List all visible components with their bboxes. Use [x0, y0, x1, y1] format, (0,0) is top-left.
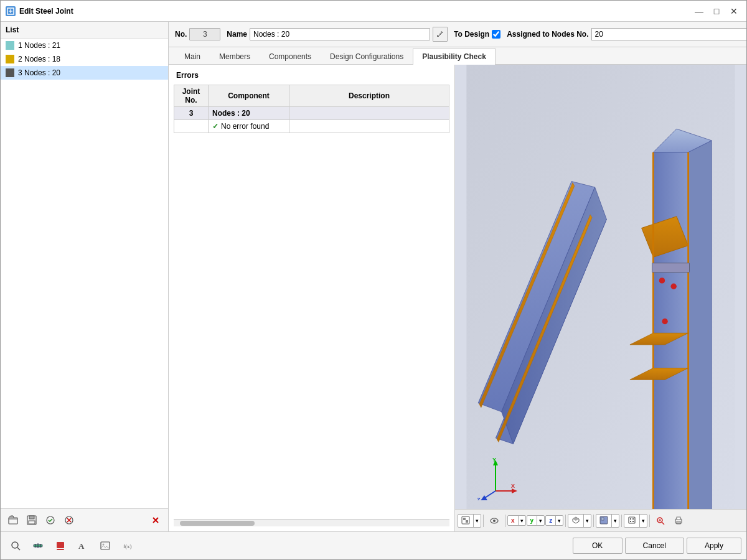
x-axis-split[interactable]: x ▾: [507, 515, 526, 526]
to-design-checkbox[interactable]: [492, 30, 500, 39]
svg-text:Z: Z: [477, 497, 481, 500]
minimize-button[interactable]: —: [692, 4, 707, 19]
svg-rect-77: [101, 542, 110, 549]
color-button[interactable]: [50, 536, 70, 556]
item-color-3: [6, 68, 14, 77]
window-controls: — □ ✕: [692, 4, 741, 19]
divider-4: [593, 515, 594, 527]
svg-point-78: [103, 544, 105, 546]
right-panel: No. Name To Design: [169, 22, 746, 531]
check-x-button[interactable]: [60, 511, 78, 529]
scrollbar-thumb[interactable]: [180, 521, 255, 526]
view-options-icon[interactable]: [458, 515, 474, 527]
titlebar: Edit Steel Joint — □ ✕: [1, 1, 746, 22]
z-axis-arrow[interactable]: ▾: [556, 516, 563, 525]
left-toolbar: [1, 508, 168, 531]
apply-button[interactable]: Apply: [687, 538, 741, 554]
view-options-split[interactable]: ▾: [458, 514, 481, 528]
app-icon: [6, 6, 16, 16]
assigned-input[interactable]: [591, 28, 747, 40]
name-input[interactable]: [250, 28, 430, 40]
tab-plausibility[interactable]: Plausibility Check: [413, 48, 496, 65]
errors-table-container: JointNo. Component Description 3 Nodes :…: [174, 85, 449, 516]
svg-point-33: [671, 284, 677, 289]
save-button[interactable]: [23, 511, 40, 529]
errors-panel: Errors JointNo. Component Description: [169, 65, 455, 531]
maximize-button[interactable]: □: [709, 4, 724, 19]
svg-marker-40: [512, 488, 517, 493]
tab-components[interactable]: Components: [260, 48, 321, 65]
svg-point-68: [12, 542, 18, 548]
zoom-button[interactable]: [652, 512, 669, 530]
display-split[interactable]: ▾: [624, 514, 647, 528]
divider-2: [505, 515, 505, 527]
y-axis-label[interactable]: y: [527, 516, 538, 525]
check-ok-button[interactable]: [42, 511, 59, 529]
list-item[interactable]: 2 Nodes : 18: [1, 52, 168, 66]
svg-rect-6: [29, 521, 35, 524]
col-joint-no: JointNo.: [174, 85, 209, 107]
display-icon[interactable]: [624, 515, 640, 527]
display-arrow[interactable]: ▾: [640, 516, 647, 525]
table-row: ✓No error found: [174, 120, 449, 133]
svg-rect-56: [632, 518, 634, 520]
3d-view-split[interactable]: ▾: [568, 514, 591, 528]
no-input[interactable]: [189, 28, 220, 40]
list-item[interactable]: 1 Nodes : 21: [1, 39, 168, 52]
measure-button[interactable]: [28, 536, 48, 556]
list-item[interactable]: 3 Nodes : 20: [1, 66, 168, 80]
3d-view-arrow[interactable]: ▾: [584, 516, 591, 525]
render-icon[interactable]: [596, 515, 612, 527]
assigned-group: Assigned to Nodes No.: [507, 27, 746, 42]
divider-1: [483, 515, 484, 527]
divider-6: [649, 515, 650, 527]
y-axis-split[interactable]: y ▾: [527, 515, 545, 526]
list-header: List: [1, 22, 168, 39]
image-button[interactable]: [95, 536, 115, 556]
y-axis-arrow[interactable]: ▾: [537, 516, 544, 525]
cancel-button[interactable]: Cancel: [625, 538, 684, 554]
ok-button[interactable]: OK: [573, 538, 622, 554]
svg-point-34: [662, 319, 667, 324]
search-bottom-button[interactable]: [6, 536, 26, 556]
svg-rect-74: [57, 542, 64, 548]
list-item-label-2: 2 Nodes : 18: [18, 55, 60, 63]
edit-name-button[interactable]: [433, 27, 448, 42]
list-items: 1 Nodes : 21 2 Nodes : 18 3 Nodes : 20: [1, 39, 168, 508]
tab-design-config[interactable]: Design Configurations: [321, 48, 413, 65]
col-component: Component: [209, 85, 289, 107]
render-split[interactable]: ▾: [596, 514, 619, 528]
tab-members[interactable]: Members: [210, 48, 260, 65]
list-item-label-1: 1 Nodes : 21: [18, 41, 60, 50]
x-axis-label[interactable]: x: [508, 516, 519, 525]
svg-marker-51: [573, 517, 579, 521]
print-button[interactable]: [670, 512, 687, 530]
horizontal-scrollbar[interactable]: [174, 519, 449, 526]
text-button[interactable]: A: [73, 536, 93, 556]
3d-view-icon[interactable]: [568, 515, 584, 527]
svg-rect-47: [466, 520, 468, 523]
svg-rect-54: [629, 517, 635, 523]
tab-main[interactable]: Main: [175, 48, 210, 65]
errors-title: Errors: [174, 70, 449, 81]
check-icon: ✓: [212, 122, 218, 131]
svg-rect-64: [677, 517, 680, 520]
formula-button[interactable]: f(x): [118, 536, 138, 556]
delete-button[interactable]: [147, 511, 164, 529]
z-axis-split[interactable]: z ▾: [545, 515, 563, 526]
add-folder-button[interactable]: [4, 511, 22, 529]
svg-marker-43: [480, 495, 487, 500]
svg-rect-57: [630, 521, 631, 522]
z-axis-label[interactable]: z: [546, 516, 556, 525]
close-button[interactable]: ✕: [726, 4, 741, 19]
to-design-group: To Design: [454, 30, 500, 39]
view-toolbar: ▾ x ▾: [455, 509, 746, 531]
svg-text:Y: Y: [492, 457, 496, 463]
view-options-arrow[interactable]: ▾: [474, 516, 481, 525]
divider-3: [565, 515, 566, 527]
eye-view-button[interactable]: [486, 512, 503, 530]
render-arrow[interactable]: ▾: [612, 516, 619, 525]
x-axis-arrow[interactable]: ▾: [519, 516, 525, 525]
svg-text:A: A: [78, 541, 85, 551]
errors-table: JointNo. Component Description 3 Nodes :…: [174, 85, 449, 133]
